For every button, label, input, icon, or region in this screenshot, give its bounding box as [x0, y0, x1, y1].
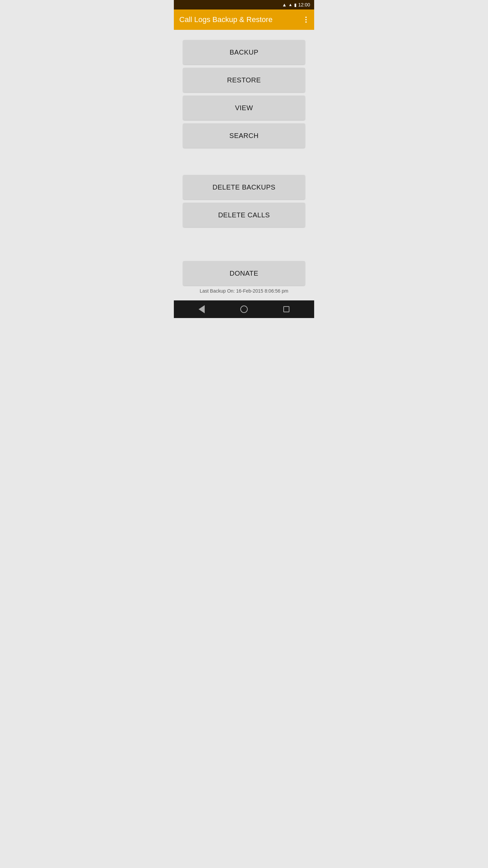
status-time: 12:00	[298, 2, 310, 7]
main-content: BACKUP RESTORE VIEW SEARCH DELETE BACKUP…	[174, 30, 314, 300]
signal-icon: ▲	[288, 2, 292, 7]
restore-button[interactable]: RESTORE	[183, 68, 305, 92]
delete-calls-button[interactable]: DELETE CALLS	[183, 203, 305, 227]
overflow-menu-button[interactable]	[303, 15, 309, 25]
status-bar: ▲ ▲ ▮ 12:00	[174, 0, 314, 9]
donate-section: DONATE Last Backup On: 16-Feb-2015 8:06:…	[179, 261, 309, 297]
overflow-dot-1	[305, 17, 307, 18]
delete-buttons: DELETE BACKUPS DELETE CALLS	[179, 175, 309, 227]
battery-icon: ▮	[294, 2, 297, 7]
delete-backups-button[interactable]: DELETE BACKUPS	[183, 175, 305, 199]
primary-buttons: BACKUP RESTORE VIEW SEARCH	[179, 40, 309, 148]
app-title: Call Logs Backup & Restore	[179, 15, 272, 24]
overflow-dot-2	[305, 19, 307, 20]
overflow-dot-3	[305, 21, 307, 23]
backup-button[interactable]: BACKUP	[183, 40, 305, 64]
nav-bar	[174, 300, 314, 318]
app-bar: Call Logs Backup & Restore	[174, 9, 314, 30]
wifi-icon: ▲	[282, 2, 287, 7]
status-icons: ▲ ▲ ▮ 12:00	[282, 2, 310, 7]
last-backup-text: Last Backup On: 16-Feb-2015 8:06:56 pm	[200, 288, 288, 294]
search-button[interactable]: SEARCH	[183, 123, 305, 148]
nav-recent-icon	[283, 306, 289, 312]
donate-button[interactable]: DONATE	[183, 261, 305, 285]
nav-home-button[interactable]	[238, 303, 250, 316]
nav-back-button[interactable]	[196, 302, 207, 316]
nav-back-icon	[199, 305, 205, 313]
nav-recent-button[interactable]	[281, 303, 292, 315]
view-button[interactable]: VIEW	[183, 96, 305, 120]
nav-home-icon	[240, 305, 248, 313]
